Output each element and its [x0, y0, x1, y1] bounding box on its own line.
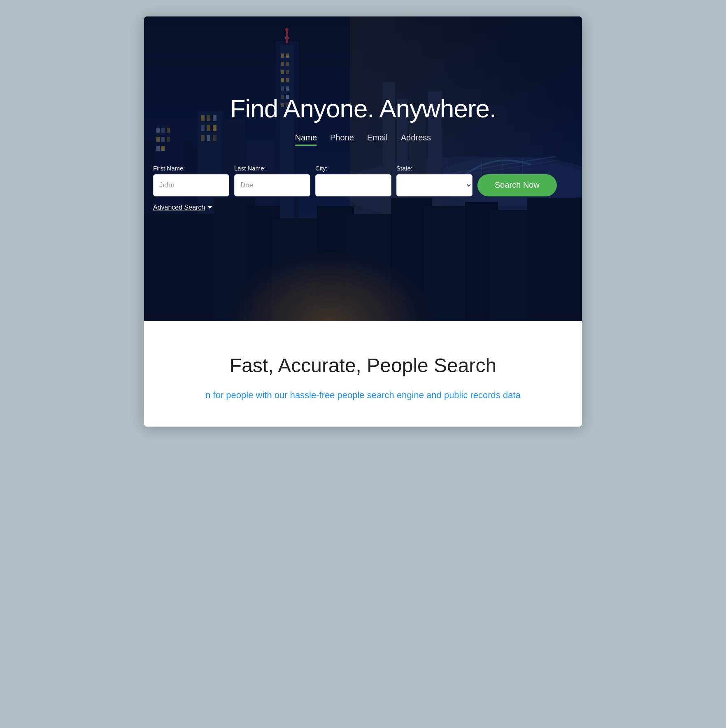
tab-address[interactable]: Address [401, 133, 431, 145]
tab-phone[interactable]: Phone [330, 133, 354, 145]
section-subtitle: n for people with our hassle-free people… [178, 388, 548, 402]
hero-title: Find Anyone. Anywhere. [230, 94, 496, 123]
first-name-group: First Name: [153, 165, 229, 196]
first-name-label: First Name: [153, 165, 229, 172]
page-wrapper: Find Anyone. Anywhere. Name Phone Email … [144, 16, 582, 427]
content-section: Fast, Accurate, People Search n for peop… [144, 321, 582, 427]
state-select[interactable]: AL AK AZ CA CO FL GA NY TX WA [396, 174, 472, 196]
last-name-label: Last Name: [234, 165, 310, 172]
first-name-input[interactable] [153, 174, 229, 196]
advanced-search-row: Advanced Search [153, 204, 573, 211]
chevron-down-icon [208, 206, 212, 209]
hero-section: Find Anyone. Anywhere. Name Phone Email … [144, 16, 582, 321]
tab-name[interactable]: Name [295, 133, 317, 145]
search-now-button[interactable]: Search Now [477, 174, 557, 196]
section-title: Fast, Accurate, People Search [161, 354, 565, 377]
city-label: City: [315, 165, 391, 172]
last-name-group: Last Name: [234, 165, 310, 196]
hero-tabs: Name Phone Email Address [295, 133, 431, 145]
advanced-search-label: Advanced Search [153, 204, 205, 211]
advanced-search-link[interactable]: Advanced Search [153, 204, 212, 211]
tab-email[interactable]: Email [367, 133, 388, 145]
city-input[interactable] [315, 174, 391, 196]
state-label: State: [396, 165, 472, 172]
search-form: First Name: Last Name: City: State: AL [153, 165, 573, 196]
last-name-input[interactable] [234, 174, 310, 196]
hero-content: Find Anyone. Anywhere. Name Phone Email … [144, 94, 582, 211]
city-group: City: [315, 165, 391, 196]
state-group: State: AL AK AZ CA CO FL GA NY TX WA [396, 165, 472, 196]
